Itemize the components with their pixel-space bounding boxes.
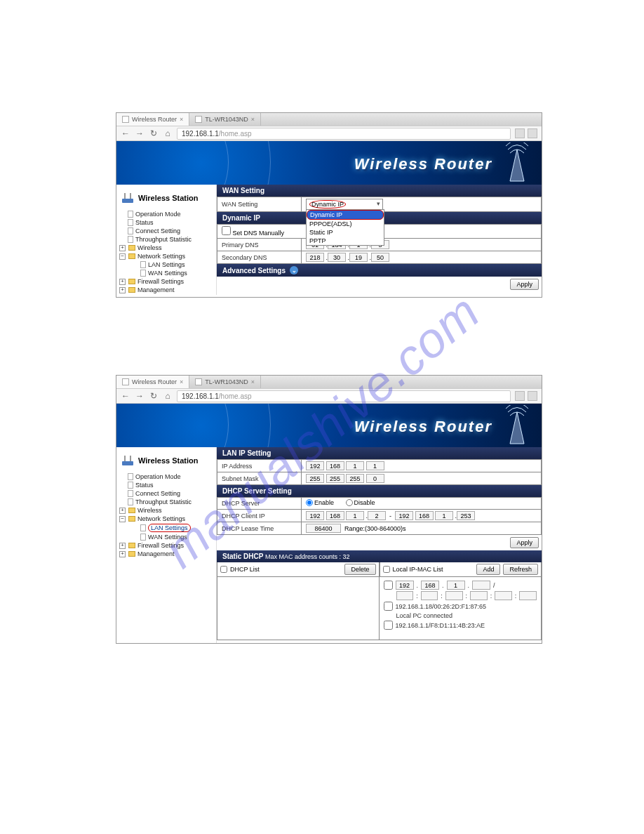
ip-e3[interactable] (447, 581, 465, 590)
nav-throughput[interactable]: Throughput Statistic (118, 235, 213, 244)
tab-wireless-router[interactable]: Wireless Router× (116, 376, 189, 388)
nav-operation-mode[interactable]: Operation Mode (118, 210, 213, 218)
nav-lan-settings[interactable]: LAN Settings (118, 523, 213, 533)
wan-setting-select[interactable]: Dynamic IP Dynamic IP PPPOE(ADSL) Static… (306, 199, 383, 210)
opt-dynamic-ip[interactable]: Dynamic IP (307, 210, 384, 220)
lease-input[interactable] (306, 524, 341, 533)
dhcp-client-label: DHCP Client IP (217, 510, 302, 522)
sn-1[interactable] (306, 474, 324, 483)
ce-1[interactable] (395, 511, 413, 520)
ce-3[interactable] (435, 511, 453, 520)
expand-icon[interactable]: + (119, 279, 126, 285)
dhcp-list-area (217, 577, 380, 640)
collapse-icon[interactable]: − (119, 516, 126, 522)
ip-e1[interactable] (396, 581, 414, 590)
expand-icon[interactable]: + (119, 508, 126, 514)
sdns-2[interactable] (328, 253, 346, 262)
sdns-3[interactable] (349, 253, 368, 262)
close-icon[interactable]: × (180, 378, 183, 385)
ip-1[interactable] (306, 461, 324, 470)
nav-wan-settings[interactable]: WAN Settings (118, 269, 213, 277)
tab-tlwr1043nd[interactable]: TL-WR1043ND× (189, 113, 261, 126)
nav-firewall[interactable]: +Firewall Settings (118, 277, 213, 286)
nav-operation-mode[interactable]: Operation Mode (118, 472, 213, 481)
apply-button[interactable]: Apply (510, 537, 539, 548)
nav-firewall[interactable]: +Firewall Settings (118, 541, 213, 550)
tab-tlwr1043nd[interactable]: TL-WR1043ND× (189, 376, 261, 388)
expand-icon[interactable]: + (119, 543, 126, 549)
menu-icon[interactable] (528, 391, 537, 401)
reload-button[interactable]: ↻ (149, 128, 159, 138)
set-dns-checkbox[interactable] (222, 226, 231, 235)
delete-button[interactable]: Delete (344, 564, 375, 575)
nav-connect-setting[interactable]: Connect Setting (118, 227, 213, 235)
ip-3[interactable] (346, 461, 364, 470)
collapse-icon[interactable]: − (119, 253, 126, 260)
cast-icon[interactable] (515, 128, 525, 138)
nav-throughput[interactable]: Throughput Statistic (118, 498, 213, 506)
lan-ip-header: LAN IP Setting (217, 447, 542, 459)
url-input[interactable]: 192.168.1.1/home.asp (177, 128, 511, 140)
ip-e4[interactable] (472, 581, 490, 590)
sdns-1[interactable] (306, 253, 324, 262)
back-button[interactable]: ← (121, 391, 130, 401)
nav-wireless[interactable]: +Wireless (118, 506, 213, 515)
wan-dropdown: Dynamic IP PPPOE(ADSL) Static IP PPTP (306, 209, 384, 246)
cast-icon[interactable] (515, 391, 525, 401)
ip-2[interactable] (326, 461, 344, 470)
dhcp-list-checkbox[interactable] (220, 566, 227, 573)
close-icon[interactable]: × (251, 116, 255, 123)
back-button[interactable]: ← (121, 128, 130, 138)
nav-network-settings[interactable]: −Network Settings (118, 515, 213, 523)
menu-icon[interactable] (528, 128, 537, 138)
entry-checkbox[interactable] (384, 621, 393, 630)
add-button[interactable]: Add (476, 564, 500, 575)
home-button[interactable]: ⌂ (163, 128, 173, 138)
cs-4[interactable] (368, 511, 386, 520)
entry-checkbox[interactable] (384, 581, 393, 590)
ip-4[interactable] (366, 461, 384, 470)
refresh-button[interactable]: Refresh (503, 564, 538, 575)
local-list-checkbox[interactable] (383, 566, 390, 573)
url-input[interactable]: 192.168.1.1/home.asp (177, 390, 511, 402)
reload-button[interactable]: ↻ (149, 391, 159, 401)
sdns-4[interactable] (371, 253, 389, 262)
sn-2[interactable] (326, 474, 344, 483)
nav-network-settings[interactable]: −Network Settings (118, 252, 213, 260)
nav-management[interactable]: +Management (118, 286, 213, 294)
expand-icon[interactable]: + (119, 551, 126, 557)
opt-pptp[interactable]: PPTP (307, 237, 384, 245)
cs-3[interactable] (346, 511, 364, 520)
advanced-settings-header[interactable]: Advanced Settings⌄ (217, 264, 542, 277)
nav-lan-settings[interactable]: LAN Settings (118, 260, 213, 269)
nav-wireless[interactable]: +Wireless (118, 244, 213, 252)
main-panel: WAN Setting WAN Setting Dynamic IP Dynam… (216, 185, 542, 295)
forward-button[interactable]: → (135, 391, 145, 401)
apply-button[interactable]: Apply (510, 279, 539, 290)
ip-e2[interactable] (421, 581, 439, 590)
nav-status[interactable]: Status (118, 218, 213, 227)
ce-2[interactable] (415, 511, 434, 520)
entry-checkbox[interactable] (384, 602, 393, 611)
opt-pppoe[interactable]: PPPOE(ADSL) (307, 220, 384, 228)
nav-status[interactable]: Status (118, 481, 213, 489)
opt-static-ip[interactable]: Static IP (307, 228, 384, 237)
nav-connect-setting[interactable]: Connect Setting (118, 489, 213, 498)
sn-3[interactable] (346, 474, 364, 483)
cs-1[interactable] (306, 511, 324, 520)
expand-icon[interactable]: + (119, 287, 126, 293)
cs-2[interactable] (326, 511, 344, 520)
ce-4[interactable] (457, 511, 475, 520)
nav-wan-settings[interactable]: WAN Settings (118, 533, 213, 541)
close-icon[interactable]: × (251, 378, 255, 385)
enable-radio[interactable] (306, 499, 313, 506)
home-button[interactable]: ⌂ (163, 391, 173, 401)
expand-icon[interactable]: + (119, 245, 126, 251)
sn-4[interactable] (366, 474, 384, 483)
wan-setting-value: Dynamic IP (309, 200, 346, 208)
close-icon[interactable]: × (180, 116, 183, 123)
tab-wireless-router[interactable]: Wireless Router× (116, 113, 189, 126)
nav-management[interactable]: +Management (118, 550, 213, 558)
disable-radio[interactable] (346, 499, 353, 506)
forward-button[interactable]: → (135, 128, 145, 138)
